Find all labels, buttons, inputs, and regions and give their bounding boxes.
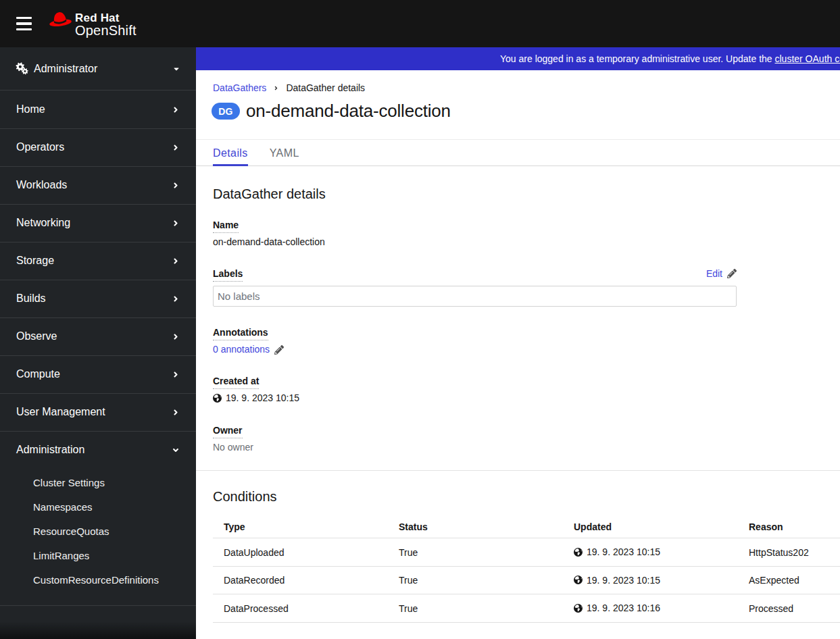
page-title-row: DG on-demand-data-collection bbox=[212, 101, 451, 122]
annotations-label: Annotations bbox=[213, 327, 737, 340]
created-at-label: Created at bbox=[213, 376, 737, 389]
conditions-heading: Conditions bbox=[213, 489, 840, 505]
tab-yaml[interactable]: YAML bbox=[270, 140, 299, 166]
owner-label: Owner bbox=[213, 425, 737, 438]
globe-icon bbox=[213, 394, 222, 403]
brand-text: Red Hat OpenShift bbox=[75, 12, 137, 37]
breadcrumb: DataGathers DataGather details bbox=[213, 82, 365, 93]
redhat-fedora-icon bbox=[49, 10, 72, 28]
sidebar-item-operators[interactable]: Operators bbox=[0, 128, 196, 166]
nav-toggle-button[interactable] bbox=[16, 17, 32, 30]
name-value: on-demand-data-collection bbox=[213, 236, 737, 248]
table-row: DataUploaded True 19. 9. 2023 10:15 Http… bbox=[213, 538, 840, 567]
owner-value: No owner bbox=[213, 442, 737, 453]
field-created-at: Created at 19. 9. 2023 10:15 bbox=[213, 376, 737, 405]
chevron-right-icon bbox=[172, 219, 180, 228]
chevron-down-icon bbox=[172, 446, 180, 455]
sidebar-item-observe[interactable]: Observe bbox=[0, 317, 196, 355]
brand-logo[interactable]: Red Hat OpenShift bbox=[49, 10, 137, 37]
sidebar-item-user-management[interactable]: User Management bbox=[0, 393, 196, 431]
tab-bar: Details YAML bbox=[196, 139, 840, 166]
nav-end-divider bbox=[0, 605, 196, 606]
field-labels: Labels Edit No labels bbox=[213, 268, 737, 307]
breadcrumb-datagathers-link[interactable]: DataGathers bbox=[213, 82, 266, 93]
brand-line2: OpenShift bbox=[75, 24, 137, 37]
perspective-switcher[interactable]: Administrator bbox=[0, 47, 196, 91]
chevron-right-icon bbox=[172, 143, 180, 152]
conditions-table: Type Status Updated Reason DataUploaded … bbox=[213, 516, 840, 623]
chevron-right-icon bbox=[172, 332, 180, 341]
annotations-value: 0 annotations bbox=[213, 344, 737, 355]
chevron-right-icon bbox=[172, 295, 180, 303]
chevron-right-icon bbox=[172, 105, 180, 114]
table-row: DataProcessed True 19. 9. 2023 10:16 Pro… bbox=[213, 594, 840, 623]
sidebar-item-compute[interactable]: Compute bbox=[0, 355, 196, 393]
chevron-right-icon bbox=[172, 257, 180, 265]
field-name: Name on-demand-data-collection bbox=[213, 220, 737, 248]
tabs: Details YAML bbox=[213, 140, 840, 166]
sidebar-item-cluster-settings[interactable]: Cluster Settings bbox=[0, 470, 196, 494]
labels-value: No labels bbox=[213, 286, 737, 307]
nav-list: Home Operators Workloads Networking Stor… bbox=[0, 91, 196, 605]
globe-icon bbox=[574, 576, 583, 584]
cluster-oauth-link[interactable]: cluster OAuth configuration bbox=[775, 53, 840, 64]
sidebar-item-builds[interactable]: Builds bbox=[0, 280, 196, 317]
conditions-header-row: Type Status Updated Reason bbox=[213, 516, 840, 538]
col-reason: Reason bbox=[738, 516, 840, 538]
sidebar-item-namespaces[interactable]: Namespaces bbox=[0, 494, 196, 519]
login-banner-text: You are logged in as a temporary adminis… bbox=[500, 47, 840, 70]
pencil-icon bbox=[727, 269, 737, 278]
breadcrumb-current: DataGather details bbox=[286, 82, 365, 93]
sidebar-item-networking[interactable]: Networking bbox=[0, 204, 196, 242]
field-owner: Owner No owner bbox=[213, 425, 737, 453]
resource-badge: DG bbox=[212, 103, 240, 120]
sidebar-item-storage[interactable]: Storage bbox=[0, 242, 196, 280]
sidebar-item-resourcequotas[interactable]: ResourceQuotas bbox=[0, 519, 196, 543]
globe-icon bbox=[574, 604, 583, 613]
sidebar-item-home[interactable]: Home bbox=[0, 91, 196, 128]
pencil-icon bbox=[274, 345, 284, 355]
sidebar-item-workloads[interactable]: Workloads bbox=[0, 166, 196, 204]
page-title: on-demand-data-collection bbox=[246, 101, 451, 122]
administration-subnav: Cluster Settings Namespaces ResourceQuot… bbox=[0, 469, 196, 605]
chevron-right-icon bbox=[172, 370, 180, 379]
sidebar-item-customresourcedefinitions[interactable]: CustomResourceDefinitions bbox=[0, 567, 196, 592]
chevron-right-icon bbox=[172, 408, 180, 417]
col-status: Status bbox=[388, 516, 563, 538]
col-updated: Updated bbox=[563, 516, 738, 538]
labels-edit-button[interactable]: Edit bbox=[706, 268, 737, 279]
details-heading: DataGather details bbox=[213, 186, 326, 202]
field-annotations: Annotations 0 annotations bbox=[213, 327, 737, 355]
sidebar-nav: Administrator Home Operators Workloads N… bbox=[0, 47, 196, 639]
tab-details[interactable]: Details bbox=[213, 140, 248, 166]
labels-empty-box[interactable]: No labels bbox=[213, 286, 737, 307]
hamburger-icon bbox=[16, 17, 32, 19]
brand-line1: Red Hat bbox=[75, 12, 137, 24]
labels-label: Labels Edit bbox=[213, 268, 737, 282]
perspective-label: Administrator bbox=[34, 63, 172, 75]
masthead: Red Hat OpenShift bbox=[0, 0, 840, 47]
chevron-right-icon bbox=[172, 181, 180, 190]
cogs-icon bbox=[16, 62, 28, 75]
conditions-section: Conditions Type Status Updated Reason Da… bbox=[196, 470, 840, 623]
table-row: DataRecorded True 19. 9. 2023 10:15 AsEx… bbox=[213, 566, 840, 594]
login-banner: You are logged in as a temporary adminis… bbox=[196, 47, 840, 70]
breadcrumb-separator-icon bbox=[273, 85, 279, 91]
created-at-value: 19. 9. 2023 10:15 bbox=[213, 392, 737, 405]
main-content: You are logged in as a temporary adminis… bbox=[196, 47, 840, 639]
sidebar-item-limitranges[interactable]: LimitRanges bbox=[0, 543, 196, 567]
globe-icon bbox=[574, 548, 583, 557]
annotations-edit-link[interactable]: 0 annotations bbox=[213, 344, 284, 355]
sidebar-item-administration[interactable]: Administration bbox=[0, 431, 196, 469]
name-label: Name bbox=[213, 220, 737, 233]
col-type: Type bbox=[213, 516, 388, 538]
caret-down-icon bbox=[172, 65, 180, 73]
